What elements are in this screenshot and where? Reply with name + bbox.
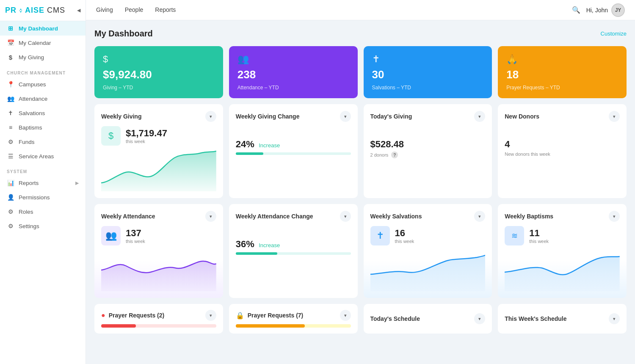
weekly-giving-title: Weekly Giving [101,113,141,120]
sidebar-item-my-giving[interactable]: $ My Giving [0,50,86,65]
logo-text: PRAISE CMS [5,6,65,15]
giving-stat-label: Giving – YTD [103,85,215,91]
new-donors-dropdown[interactable]: ▾ [609,111,620,122]
sidebar-collapse-icon[interactable]: ◀ [77,8,80,13]
attendance-change-progress-bg [236,252,351,255]
baptisms-widget-icon: ≋ [505,226,524,245]
todays-giving-donors: 2 donors ? [370,152,486,158]
topnav-people[interactable]: People [125,5,144,16]
sidebar: PRAISE CMS ◀ ⊞ My Dashboard 📅 My Calenda… [0,0,86,364]
sidebar-item-baptisms[interactable]: ≡ Baptisms [0,120,86,135]
sidebar-item-service-areas[interactable]: ☰ Service Areas [0,149,86,163]
todays-giving-content: $528.48 2 donors ? [370,139,486,158]
todays-giving-header: Today's Giving ▾ [370,111,486,122]
attendance-stat-label: Attendance – YTD [237,85,349,91]
this-weeks-schedule-dropdown[interactable]: ▾ [609,313,620,324]
widget-weekly-giving: Weekly Giving ▾ $ $1,719.47 this week [94,104,223,198]
widget-weekly-attendance-change: Weekly Attendance Change ▾ 36% Increase [229,204,358,298]
sidebar-item-my-dashboard[interactable]: ⊞ My Dashboard [0,21,86,36]
sidebar-item-salvations[interactable]: ✝ Salvations [0,106,86,120]
sidebar-item-roles[interactable]: ⚙ Roles [0,204,86,219]
this-weeks-schedule-label: This Week's Schedule [505,315,566,322]
weekly-attendance-change-dropdown[interactable]: ▾ [340,211,351,222]
top-navigation: Giving People Reports 🔍 Hi, John JY [86,0,635,20]
stat-cards-row: $ $9,924.80 Giving – YTD 👥 238 Attendanc… [94,46,627,98]
weekly-baptisms-header: Weekly Baptisms ▾ [505,211,620,222]
giving-stat-icon: $ [103,54,215,65]
new-donors-title: New Donors [505,113,539,120]
main-content: Giving People Reports 🔍 Hi, John JY My D… [86,0,635,364]
weekly-giving-value-row: $ $1,719.47 this week [101,126,216,146]
avatar[interactable]: JY [611,3,625,17]
sidebar-item-settings[interactable]: ⚙ Settings [0,219,86,233]
sidebar-item-my-calendar[interactable]: 📅 My Calendar [0,36,86,50]
prayer-2-dropdown[interactable]: ▾ [205,310,216,321]
prayer-7-fill [236,324,305,328]
attendance-change-percent: 36% [236,239,254,249]
salvations-stat-label: Salvations – YTD [372,85,484,91]
sidebar-item-campuses[interactable]: 📍 Campuses [0,77,86,91]
todays-giving-amount: $528.48 [370,139,486,150]
section-label-church: CHURCH MANAGEMENT [0,65,86,77]
todays-schedule-dropdown[interactable]: ▾ [474,313,485,324]
calendar-icon: 📅 [7,39,14,46]
weekly-giving-sub: this week [126,139,167,144]
new-donors-content: 4 New donors this week [505,139,620,157]
settings-icon: ⚙ [7,223,14,229]
giving-change-progress-fill [236,152,263,155]
user-greeting: Hi, John JY [586,3,625,17]
attendance-stat-icon: 👥 [237,54,349,65]
customize-button[interactable]: Customize [601,30,627,37]
sidebar-item-attendance[interactable]: 👥 Attendance [0,91,86,106]
widget-weekly-attendance: Weekly Attendance ▾ 👥 137 this week [94,204,223,298]
weekly-salvations-count: 16 [395,228,414,239]
topnav-right: 🔍 Hi, John JY [572,3,625,17]
prayer-2-icon: ● [101,312,105,319]
new-donors-header: New Donors ▾ [505,111,620,122]
weekly-baptisms-dropdown[interactable]: ▾ [609,211,620,222]
baptisms-icon: ≡ [7,124,14,131]
stat-card-prayer: 🙏 18 Prayer Requests – YTD [498,46,627,98]
svg-point-0 [20,10,22,11]
weekly-giving-header: Weekly Giving ▾ [101,111,216,122]
widget-new-donors: New Donors ▾ 4 New donors this week [498,104,627,198]
attendance-change-content: 36% Increase [236,239,351,250]
weekly-salvations-header: Weekly Salvations ▾ [370,211,486,222]
prayer-7-icon: 🔒 [236,312,244,320]
topnav-giving[interactable]: Giving [96,5,113,16]
prayer-stat-icon: 🙏 [506,54,618,65]
giving-change-percent: 24% [236,139,254,149]
todays-giving-dropdown[interactable]: ▾ [474,111,485,122]
prayer-2-bar [101,324,216,328]
giving-stat-value: $9,924.80 [103,68,215,81]
weekly-giving-chart [101,149,216,191]
widget-weekly-baptisms: Weekly Baptisms ▾ ≋ 11 this week [498,204,627,298]
weekly-salvations-dropdown[interactable]: ▾ [474,211,485,222]
weekly-salvations-sub: this week [395,239,414,244]
weekly-giving-change-header: Weekly Giving Change ▾ [236,111,351,122]
giving-icon: $ [7,54,14,61]
prayer-2-fill [101,324,136,328]
bottom-widget-prayer-7: 🔒 Prayer Requests (7) ▾ [229,304,358,334]
bottom-widgets-row: ● Prayer Requests (2) ▾ 🔒 Prayer Request… [94,304,627,334]
sidebar-item-funds[interactable]: ⚙ Funds [0,135,86,149]
attendance-change-progress-fill [236,252,277,255]
weekly-attendance-title: Weekly Attendance [101,213,155,220]
weekly-giving-amount: $1,719.47 [126,128,167,139]
sidebar-item-permissions[interactable]: 👤 Permissions [0,190,86,204]
widget-weekly-salvations: Weekly Salvations ▾ ✝ 16 this week [364,204,492,298]
weekly-salvations-chart [370,249,486,291]
search-icon[interactable]: 🔍 [572,6,580,14]
prayer-stat-label: Prayer Requests – YTD [506,85,618,91]
weekly-giving-dropdown[interactable]: ▾ [205,111,216,122]
topnav-reports[interactable]: Reports [155,5,176,16]
sidebar-item-reports[interactable]: 📊 Reports ▶ [0,176,86,190]
info-icon[interactable]: ? [391,152,398,158]
weekly-giving-change-dropdown[interactable]: ▾ [340,111,351,122]
sidebar-menu: ⊞ My Dashboard 📅 My Calendar $ My Giving… [0,21,86,364]
prayer-7-dropdown[interactable]: ▾ [340,310,351,321]
logo-area: PRAISE CMS ◀ [0,0,86,21]
permissions-icon: 👤 [7,194,14,201]
weekly-attendance-dropdown[interactable]: ▾ [205,211,216,222]
salvations-stat-icon: ✝ [372,54,484,65]
